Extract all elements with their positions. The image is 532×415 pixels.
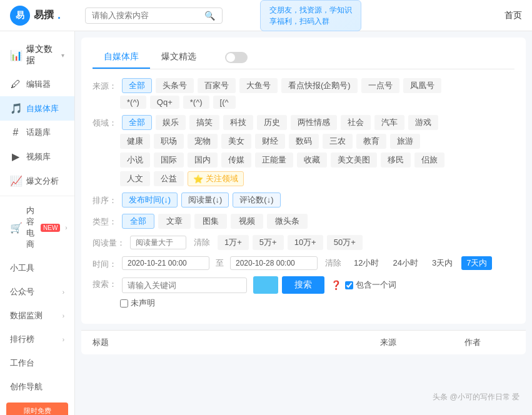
source-kandian[interactable]: 看点快报(企鹅号) bbox=[281, 78, 358, 93]
sidebar-item-nei-rong[interactable]: 🛒 内容电商 NEW › bbox=[0, 199, 74, 256]
domain-renwen[interactable]: 人文 bbox=[120, 171, 150, 186]
time-start-input[interactable] bbox=[122, 256, 209, 270]
sidebar-item-pai-hang[interactable]: 排行榜 › bbox=[0, 328, 74, 351]
include-one-word-checkbox[interactable] bbox=[345, 281, 353, 289]
nav-home[interactable]: 首页 bbox=[504, 10, 522, 21]
domain-caijing[interactable]: 财经 bbox=[255, 134, 285, 149]
sidebar-item-shi-pin[interactable]: ▶ 视频库 bbox=[0, 144, 74, 169]
source-filter-row2: *(^) Qq+ *(^) [(^ bbox=[93, 96, 514, 109]
domain-lv[interactable]: 侣旅 bbox=[414, 152, 444, 168]
sidebar-item-hua-ti[interactable]: # 话题库 bbox=[0, 121, 74, 144]
time-end-input[interactable] bbox=[230, 256, 318, 270]
read-5wan[interactable]: 5万+ bbox=[253, 235, 284, 250]
sidebar-item-gong-zhong[interactable]: 公众号 › bbox=[0, 280, 74, 304]
type-gallery[interactable]: 图集 bbox=[194, 214, 227, 229]
source-fenghuang[interactable]: 凤凰号 bbox=[403, 78, 441, 93]
header-search-bar[interactable]: 🔍 bbox=[85, 8, 223, 24]
time-12h[interactable]: 12小时 bbox=[349, 256, 384, 270]
unannounced-label[interactable]: 未声明 bbox=[120, 298, 155, 309]
domain-all[interactable]: 全部 bbox=[122, 115, 152, 130]
sidebar-item-zi-mei[interactable]: 🎵 自媒体库 bbox=[0, 96, 74, 121]
domain-yimin[interactable]: 移民 bbox=[381, 152, 411, 168]
domain-guoji[interactable]: 国际 bbox=[154, 152, 184, 168]
read-50wan[interactable]: 50万+ bbox=[327, 235, 363, 250]
time-3d[interactable]: 3天内 bbox=[427, 256, 458, 270]
focus-domain-btn[interactable]: ⭐ 关注领域 bbox=[188, 171, 244, 186]
read-count-input[interactable] bbox=[130, 236, 186, 249]
source-dayuhao[interactable]: 大鱼号 bbox=[239, 78, 278, 93]
time-24h[interactable]: 24小时 bbox=[388, 256, 423, 270]
new-badge: NEW bbox=[41, 224, 60, 232]
domain-zhengneng[interactable]: 正能量 bbox=[255, 152, 293, 168]
toggle-switch[interactable] bbox=[225, 52, 248, 63]
sidebar-item-chuan-zuo[interactable]: 创作导航 bbox=[0, 375, 74, 399]
sidebar-item-bao-wen-fx[interactable]: 📈 爆文分析 bbox=[0, 169, 74, 193]
source-baijiahao[interactable]: 百家号 bbox=[198, 78, 236, 93]
include-one-word-label[interactable]: 包含一个词 bbox=[345, 279, 396, 291]
domain-gongyi[interactable]: 公益 bbox=[154, 171, 184, 186]
domain-jiankang[interactable]: 健康 bbox=[120, 134, 150, 149]
sidebar: 📊 爆文数据 ▾ 🖊 编辑器 🎵 自媒体库 # 话题库 ▶ 视频库 📈 爆文分析… bbox=[0, 31, 75, 415]
domain-sannong[interactable]: 三农 bbox=[323, 134, 353, 149]
domain-shuma[interactable]: 数码 bbox=[289, 134, 319, 149]
search-keyword-input[interactable] bbox=[122, 278, 247, 293]
domain-jiaoyu[interactable]: 教育 bbox=[356, 134, 386, 149]
source-qq[interactable]: Qq+ bbox=[150, 96, 179, 109]
source-misc3[interactable]: [(^ bbox=[213, 96, 236, 109]
domain-youxi[interactable]: 游戏 bbox=[408, 115, 438, 130]
sidebar-promo[interactable]: 限时免费 爆款公式 bbox=[6, 402, 68, 415]
sidebar-item-bao-wen-data[interactable]: 📊 爆文数据 ▾ bbox=[0, 38, 74, 72]
domain-qiche[interactable]: 汽车 bbox=[374, 115, 404, 130]
chevron-right-icon: › bbox=[63, 289, 64, 296]
domain-chuanmei[interactable]: 传媒 bbox=[221, 152, 251, 168]
read-clear-btn[interactable]: 清除 bbox=[190, 236, 214, 249]
tab-bao-wen[interactable]: 爆文精选 bbox=[150, 46, 208, 69]
domain-meiwen[interactable]: 美文美图 bbox=[331, 152, 377, 168]
source-all[interactable]: 全部 bbox=[122, 78, 152, 93]
source-toutiao[interactable]: 头条号 bbox=[156, 78, 194, 93]
domain-lianxing[interactable]: 两性情感 bbox=[291, 115, 337, 130]
sidebar-item-editor[interactable]: 🖊 编辑器 bbox=[0, 72, 74, 96]
search-blue-box[interactable] bbox=[253, 276, 278, 294]
read-1wan[interactable]: 1万+ bbox=[218, 235, 249, 250]
tab-zi-mei[interactable]: 自媒体库 bbox=[93, 46, 150, 69]
sort-publish-time[interactable]: 发布时间(↓) bbox=[122, 192, 178, 208]
source-misc1[interactable]: *(^) bbox=[120, 96, 146, 109]
domain-chongwu[interactable]: 宠物 bbox=[188, 134, 218, 149]
domain-gaoxiao[interactable]: 搞笑 bbox=[189, 115, 219, 130]
type-filter-row: 类型： 全部 文章 图集 视频 微头条 bbox=[93, 214, 514, 229]
domain-yule[interactable]: 娱乐 bbox=[156, 115, 186, 130]
sidebar-item-label: 小工具 bbox=[10, 262, 34, 274]
domain-lishi[interactable]: 历史 bbox=[257, 115, 287, 130]
read-10wan[interactable]: 10万+ bbox=[288, 235, 323, 250]
main-content: 自媒体库 爆文精选 来源： 全部 头条号 百家号 大鱼号 看点快报( bbox=[75, 31, 532, 415]
source-misc2[interactable]: *(^) bbox=[183, 96, 209, 109]
domain-shehui[interactable]: 社会 bbox=[341, 115, 371, 130]
sidebar-item-shu-ju[interactable]: 数据监测 › bbox=[0, 304, 74, 328]
search-button[interactable]: 搜索 bbox=[282, 276, 324, 294]
type-article[interactable]: 文章 bbox=[158, 214, 191, 229]
sidebar-item-gong-zuo[interactable]: 工作台 bbox=[0, 351, 74, 375]
type-video[interactable]: 视频 bbox=[231, 214, 263, 229]
sidebar-item-xiao-gong[interactable]: 小工具 bbox=[0, 256, 74, 280]
type-micro[interactable]: 微头条 bbox=[267, 214, 308, 229]
sort-comment-count[interactable]: 评论数(↓) bbox=[233, 192, 280, 208]
header-search-input[interactable] bbox=[92, 11, 204, 20]
unannounced-checkbox[interactable] bbox=[120, 299, 128, 308]
time-7d[interactable]: 7天内 bbox=[461, 256, 492, 270]
sidebar-item-label: 公众号 bbox=[10, 286, 34, 298]
help-icon[interactable]: ❓ bbox=[331, 280, 341, 290]
search-label: 搜索： bbox=[93, 276, 117, 290]
domain-guonei[interactable]: 国内 bbox=[188, 152, 218, 168]
domain-shoucang[interactable]: 收藏 bbox=[297, 152, 327, 168]
domain-keji[interactable]: 科技 bbox=[223, 115, 253, 130]
domain-meinv[interactable]: 美女 bbox=[221, 134, 251, 149]
sort-read-count[interactable]: 阅读量(↓) bbox=[181, 192, 229, 208]
simple-mode-toggle[interactable] bbox=[220, 52, 248, 63]
domain-zhichang[interactable]: 职场 bbox=[154, 134, 184, 149]
time-clear-btn[interactable]: 清除 bbox=[321, 256, 345, 270]
domain-lvyou[interactable]: 旅游 bbox=[390, 134, 420, 149]
source-yidianhao[interactable]: 一点号 bbox=[361, 78, 399, 93]
type-all[interactable]: 全部 bbox=[122, 214, 154, 229]
domain-xiaoshuo[interactable]: 小说 bbox=[120, 152, 150, 168]
